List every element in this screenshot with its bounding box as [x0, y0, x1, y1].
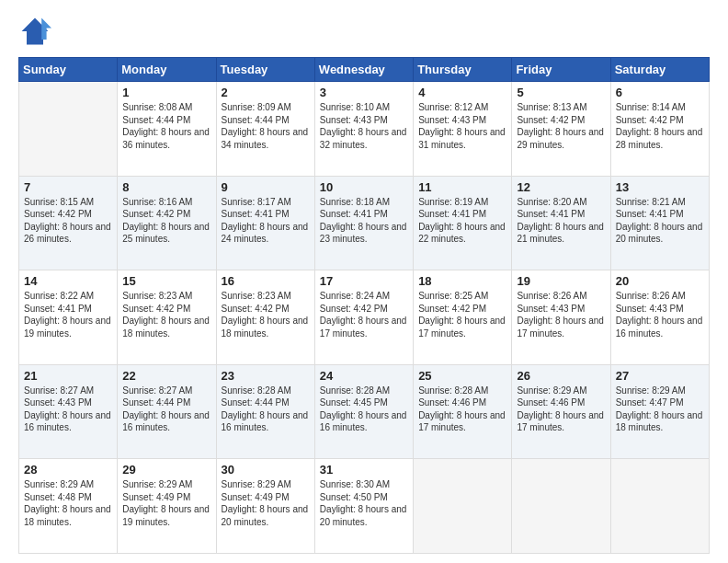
sunrise: Sunrise: 8:29 AM: [616, 385, 686, 396]
daylight: Daylight: 8 hours and 24 minutes.: [222, 222, 309, 245]
day-number: 6: [616, 86, 704, 99]
day-number: 24: [320, 369, 408, 383]
page: SundayMondayTuesdayWednesdayThursdayFrid…: [0, 0, 728, 563]
sunset: Sunset: 4:42 PM: [616, 115, 684, 125]
calendar-cell: 15 Sunrise: 8:23 AM Sunset: 4:42 PM Dayl…: [118, 270, 216, 365]
daylight: Daylight: 8 hours and 22 minutes.: [418, 222, 506, 245]
sunrise: Sunrise: 8:27 AM: [24, 385, 94, 396]
day-info: Sunrise: 8:18 AM Sunset: 4:41 PM Dayligh…: [320, 196, 408, 246]
sunset: Sunset: 4:44 PM: [122, 397, 190, 408]
day-info: Sunrise: 8:23 AM Sunset: 4:42 PM Dayligh…: [122, 290, 210, 339]
daylight: Daylight: 8 hours and 16 minutes.: [616, 316, 703, 339]
sunrise: Sunrise: 8:14 AM: [616, 102, 686, 112]
calendar-cell: 27 Sunrise: 8:29 AM Sunset: 4:47 PM Dayl…: [610, 364, 709, 459]
sunset: Sunset: 4:43 PM: [616, 304, 684, 314]
sunset: Sunset: 4:43 PM: [517, 304, 585, 314]
day-info: Sunrise: 8:21 AM Sunset: 4:41 PM Dayligh…: [616, 196, 704, 246]
sunrise: Sunrise: 8:16 AM: [122, 197, 192, 207]
day-info: Sunrise: 8:26 AM Sunset: 4:43 PM Dayligh…: [616, 290, 704, 339]
daylight: Daylight: 8 hours and 23 minutes.: [320, 222, 407, 245]
sunset: Sunset: 4:48 PM: [24, 492, 92, 502]
calendar-cell: 24 Sunrise: 8:28 AM Sunset: 4:45 PM Dayl…: [314, 364, 413, 459]
sunrise: Sunrise: 8:23 AM: [122, 291, 192, 301]
day-number: 31: [320, 463, 408, 477]
daylight: Daylight: 8 hours and 29 minutes.: [517, 127, 604, 150]
sunrise: Sunrise: 8:29 AM: [222, 479, 291, 489]
calendar-body: 1 Sunrise: 8:08 AM Sunset: 4:44 PM Dayli…: [19, 82, 710, 554]
sunset: Sunset: 4:42 PM: [122, 209, 190, 219]
week-row-5: 28 Sunrise: 8:29 AM Sunset: 4:48 PM Dayl…: [19, 459, 710, 554]
day-info: Sunrise: 8:15 AM Sunset: 4:42 PM Dayligh…: [24, 196, 112, 246]
day-number: 17: [320, 274, 408, 288]
sunrise: Sunrise: 8:25 AM: [418, 291, 488, 301]
sunset: Sunset: 4:42 PM: [517, 115, 585, 125]
calendar-cell: 20 Sunrise: 8:26 AM Sunset: 4:43 PM Dayl…: [610, 270, 709, 365]
calendar-cell: [19, 82, 118, 177]
sunset: Sunset: 4:41 PM: [517, 209, 585, 219]
sunset: Sunset: 4:44 PM: [222, 115, 290, 125]
calendar-cell: [512, 459, 610, 554]
daylight: Daylight: 8 hours and 18 minutes.: [616, 410, 703, 433]
sunrise: Sunrise: 8:28 AM: [222, 385, 291, 396]
daylight: Daylight: 8 hours and 16 minutes.: [24, 410, 111, 433]
day-number: 13: [616, 180, 704, 194]
daylight: Daylight: 8 hours and 17 minutes.: [517, 316, 604, 339]
calendar-cell: 10 Sunrise: 8:18 AM Sunset: 4:41 PM Dayl…: [314, 176, 413, 270]
day-info: Sunrise: 8:22 AM Sunset: 4:41 PM Dayligh…: [24, 290, 112, 339]
day-number: 20: [616, 274, 704, 288]
day-info: Sunrise: 8:28 AM Sunset: 4:44 PM Dayligh…: [222, 385, 310, 434]
sunset: Sunset: 4:43 PM: [418, 115, 486, 125]
calendar-cell: 28 Sunrise: 8:29 AM Sunset: 4:48 PM Dayl…: [19, 459, 118, 554]
day-info: Sunrise: 8:29 AM Sunset: 4:49 PM Dayligh…: [122, 478, 210, 528]
calendar-cell: 19 Sunrise: 8:26 AM Sunset: 4:43 PM Dayl…: [512, 270, 610, 365]
daylight: Daylight: 8 hours and 21 minutes.: [517, 222, 604, 245]
sunset: Sunset: 4:42 PM: [122, 304, 190, 314]
week-row-2: 7 Sunrise: 8:15 AM Sunset: 4:42 PM Dayli…: [19, 176, 710, 270]
sunset: Sunset: 4:46 PM: [418, 397, 486, 408]
sunset: Sunset: 4:41 PM: [616, 209, 684, 219]
sunset: Sunset: 4:49 PM: [122, 492, 190, 502]
day-info: Sunrise: 8:12 AM Sunset: 4:43 PM Dayligh…: [418, 101, 506, 151]
daylight: Daylight: 8 hours and 16 minutes.: [122, 410, 210, 433]
day-info: Sunrise: 8:28 AM Sunset: 4:46 PM Dayligh…: [418, 385, 506, 434]
sunrise: Sunrise: 8:28 AM: [320, 385, 390, 396]
sunset: Sunset: 4:43 PM: [24, 397, 92, 408]
sunrise: Sunrise: 8:23 AM: [222, 291, 291, 301]
sunrise: Sunrise: 8:10 AM: [320, 102, 390, 112]
weekday-sunday: Sunday: [19, 58, 118, 82]
day-info: Sunrise: 8:16 AM Sunset: 4:42 PM Dayligh…: [122, 196, 210, 246]
sunset: Sunset: 4:45 PM: [320, 397, 388, 408]
sunrise: Sunrise: 8:09 AM: [222, 102, 291, 112]
day-number: 11: [418, 180, 506, 194]
calendar-cell: 5 Sunrise: 8:13 AM Sunset: 4:42 PM Dayli…: [512, 82, 610, 177]
day-info: Sunrise: 8:29 AM Sunset: 4:48 PM Dayligh…: [24, 478, 112, 528]
day-info: Sunrise: 8:29 AM Sunset: 4:47 PM Dayligh…: [616, 385, 704, 434]
weekday-friday: Friday: [512, 58, 610, 82]
day-info: Sunrise: 8:27 AM Sunset: 4:44 PM Dayligh…: [122, 385, 210, 434]
daylight: Daylight: 8 hours and 18 minutes.: [24, 504, 111, 527]
day-number: 14: [24, 274, 112, 288]
sunset: Sunset: 4:41 PM: [418, 209, 486, 219]
daylight: Daylight: 8 hours and 19 minutes.: [122, 504, 210, 527]
daylight: Daylight: 8 hours and 17 minutes.: [418, 316, 506, 339]
sunset: Sunset: 4:49 PM: [222, 492, 290, 502]
daylight: Daylight: 8 hours and 20 minutes.: [616, 222, 703, 245]
day-number: 16: [222, 274, 310, 288]
day-number: 12: [517, 180, 605, 194]
day-number: 22: [122, 369, 210, 383]
day-number: 26: [517, 369, 605, 383]
day-number: 29: [122, 463, 210, 477]
logo-icon: [18, 15, 51, 48]
header: [18, 15, 710, 48]
day-number: 30: [222, 463, 310, 477]
day-info: Sunrise: 8:28 AM Sunset: 4:45 PM Dayligh…: [320, 385, 408, 434]
sunset: Sunset: 4:43 PM: [320, 115, 388, 125]
daylight: Daylight: 8 hours and 16 minutes.: [222, 410, 309, 433]
day-info: Sunrise: 8:27 AM Sunset: 4:43 PM Dayligh…: [24, 385, 112, 434]
week-row-4: 21 Sunrise: 8:27 AM Sunset: 4:43 PM Dayl…: [19, 364, 710, 459]
day-number: 10: [320, 180, 408, 194]
day-info: Sunrise: 8:08 AM Sunset: 4:44 PM Dayligh…: [122, 101, 210, 151]
weekday-tuesday: Tuesday: [216, 58, 314, 82]
calendar: SundayMondayTuesdayWednesdayThursdayFrid…: [18, 57, 710, 554]
sunrise: Sunrise: 8:24 AM: [320, 291, 390, 301]
